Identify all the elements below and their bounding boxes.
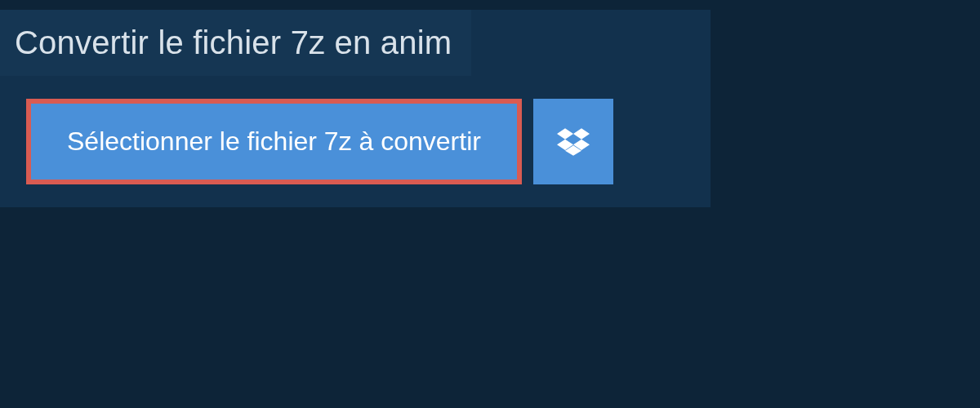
dropbox-icon <box>557 126 590 158</box>
select-file-button[interactable]: Sélectionner le fichier 7z à convertir <box>26 99 522 184</box>
converter-panel: Convertir le fichier 7z en anim Sélectio… <box>0 10 710 207</box>
dropbox-button[interactable] <box>533 99 613 184</box>
title-container: Convertir le fichier 7z en anim <box>0 10 471 76</box>
page-title: Convertir le fichier 7z en anim <box>15 24 452 61</box>
button-row: Sélectionner le fichier 7z à convertir <box>26 99 710 184</box>
select-file-label: Sélectionner le fichier 7z à convertir <box>67 126 481 157</box>
